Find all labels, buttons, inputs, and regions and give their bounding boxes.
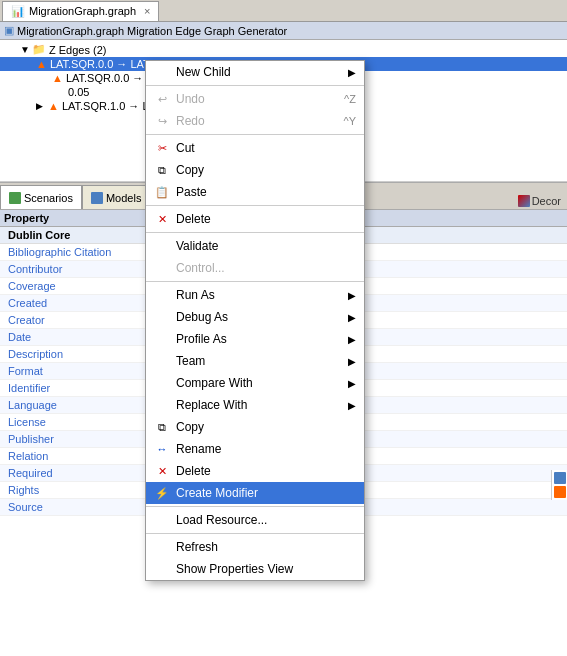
debug-as-icon [154,309,170,325]
cm-delete[interactable]: ✕ Delete [146,208,364,230]
cm-team[interactable]: Team ▶ [146,350,364,372]
cm-run-as[interactable]: Run As ▶ [146,284,364,306]
tab-bar: 📊 MigrationGraph.graph × [0,0,567,22]
refresh-icon [154,539,170,555]
cm-create-modifier[interactable]: ⚡ Create Modifier [146,482,364,504]
cm-cut-label: Cut [176,141,195,155]
cm-redo[interactable]: ↪ Redo ^Y [146,110,364,132]
license-label: License [8,416,148,428]
cm-validate[interactable]: Validate [146,235,364,257]
cm-copy[interactable]: ⧉ Copy [146,159,364,181]
profile-as-icon [154,331,170,347]
decor-icon [518,195,530,207]
cm-refresh-label: Refresh [176,540,218,554]
identifier-label: Identifier [8,382,148,394]
required-label: Required [8,467,148,479]
new-child-icon [154,64,170,80]
edge2-arrow: ▶ [36,101,48,111]
compare-with-icon [154,375,170,391]
tree-header-graph-icon: ▣ [4,24,14,37]
created-label: Created [8,297,148,309]
tree-item-edges[interactable]: ▼ 📁 Z Edges (2) [0,42,567,57]
main-wrapper: 📊 MigrationGraph.graph × ▣ MigrationGrap… [0,0,567,656]
description-label: Description [8,348,148,360]
edges-icon: 📁 [32,43,46,56]
edge2-icon: ▲ [48,100,59,112]
cm-load-resource[interactable]: Load Resource... [146,509,364,531]
team-arrow: ▶ [348,356,356,367]
cut-icon: ✂ [154,140,170,156]
file-tab-label: MigrationGraph.graph [29,5,136,17]
cm-delete2-label: Delete [176,464,211,478]
undo-icon: ↩ [154,91,170,107]
cm-copy2-label: Copy [176,420,204,434]
cm-rename[interactable]: ↔ Rename [146,438,364,460]
cm-load-resource-label: Load Resource... [176,513,267,527]
new-child-arrow: ▶ [348,67,356,78]
cm-refresh[interactable]: Refresh [146,536,364,558]
tab-scenarios[interactable]: Scenarios [0,185,82,209]
cm-sep2 [146,134,364,135]
coverage-label: Coverage [8,280,148,292]
tab-close-icon[interactable]: × [144,5,150,17]
debug-as-arrow: ▶ [348,312,356,323]
cm-compare-with[interactable]: Compare With ▶ [146,372,364,394]
delete2-icon: ✕ [154,463,170,479]
cm-show-properties[interactable]: Show Properties View [146,558,364,580]
cm-rename-label: Rename [176,442,221,456]
cm-sep1 [146,85,364,86]
cm-profile-as[interactable]: Profile As ▶ [146,328,364,350]
cm-replace-with-label: Replace With [176,398,247,412]
create-modifier-icon: ⚡ [154,485,170,501]
date-label: Date [8,331,148,343]
cm-replace-with[interactable]: Replace With ▶ [146,394,364,416]
cm-debug-as[interactable]: Debug As ▶ [146,306,364,328]
cm-cut[interactable]: ✂ Cut [146,137,364,159]
tab-models[interactable]: Models [82,185,150,209]
models-icon [91,192,103,204]
replace-with-arrow: ▶ [348,400,356,411]
props-header-label: Property [4,212,49,224]
run-as-arrow: ▶ [348,290,356,301]
cm-sep3 [146,205,364,206]
cm-control-label: Control... [176,261,225,275]
run-as-icon [154,287,170,303]
cm-control[interactable]: Control... [146,257,364,279]
compare-with-arrow: ▶ [348,378,356,389]
cm-new-child[interactable]: New Child ▶ [146,61,364,83]
relation-label: Relation [8,450,148,462]
cm-compare-with-label: Compare With [176,376,253,390]
cm-validate-label: Validate [176,239,218,253]
cm-team-label: Team [176,354,205,368]
tab-decor[interactable]: Decor [512,193,567,209]
value-label: 0.05 [68,86,89,98]
context-menu: New Child ▶ ↩ Undo ^Z ↪ Redo ^Y ✂ Cut ⧉ … [145,60,365,581]
cm-sep7 [146,533,364,534]
cm-undo[interactable]: ↩ Undo ^Z [146,88,364,110]
rights-label: Rights [8,484,148,496]
source-label: Source [8,501,148,513]
control-icon [154,260,170,276]
cm-redo-label: Redo [176,114,205,128]
load-resource-icon [154,512,170,528]
decor-label: Decor [532,195,561,207]
language-label: Language [8,399,148,411]
cm-redo-shortcut: ^Y [344,115,357,127]
file-tab-icon: 📊 [11,5,25,18]
creator-label: Creator [8,314,148,326]
cm-copy2[interactable]: ⧉ Copy [146,416,364,438]
delete-icon: ✕ [154,211,170,227]
format-label: Format [8,365,148,377]
sidebar-icon-2[interactable] [554,486,566,498]
cm-delete2[interactable]: ✕ Delete [146,460,364,482]
cm-run-as-label: Run As [176,288,215,302]
cm-sep5 [146,281,364,282]
cm-show-properties-label: Show Properties View [176,562,293,576]
cm-undo-label: Undo [176,92,205,106]
rename-icon: ↔ [154,441,170,457]
sidebar-icon-1[interactable] [554,472,566,484]
cm-paste[interactable]: 📋 Paste [146,181,364,203]
tree-header: ▣ MigrationGraph.graph Migration Edge Gr… [0,22,567,40]
cm-delete-label: Delete [176,212,211,226]
file-tab[interactable]: 📊 MigrationGraph.graph × [2,1,159,21]
